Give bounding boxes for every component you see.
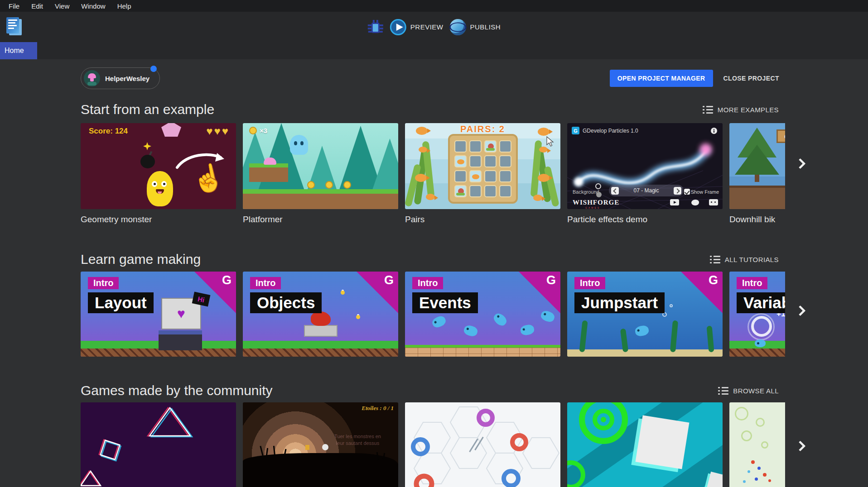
section-examples-header: Start from an example MORE EXAMPLES: [81, 100, 785, 119]
player-sprite: [305, 445, 309, 450]
preset-selector: 07 - Magic: [609, 185, 684, 196]
section-community-title: Games made by the community: [81, 383, 273, 398]
project-manager-icon[interactable]: [5, 16, 23, 36]
example-card-downhill[interactable]: G Downhill bik: [729, 123, 785, 224]
objects-panel: [159, 330, 202, 350]
mouse-cursor: [546, 136, 556, 147]
particles-demo-title: G GDevelop Particles 1.0: [572, 127, 638, 134]
tutorial-card-objects[interactable]: G Intro Objects: [243, 272, 398, 357]
gdevelop-logo: G: [709, 273, 718, 287]
etoiles-score-text: Etoiles : 0 / 1: [362, 405, 394, 412]
white-square: [636, 415, 690, 469]
community-row: Etoiles : 0 / 1 Tuer les monstres en leu…: [81, 402, 785, 487]
section-tutorials-header: Learn game making ALL TUTORIALS: [81, 250, 785, 268]
community-card-etoiles[interactable]: Etoiles : 0 / 1 Tuer les monstres en leu…: [243, 402, 398, 487]
avatar: [84, 70, 100, 86]
pentagon-shape: [161, 123, 181, 137]
menu-window[interactable]: Window: [75, 1, 111, 11]
neon-shapes: [81, 402, 236, 487]
community-scroll-right-button[interactable]: [795, 440, 805, 451]
tab-home-label: Home: [5, 47, 24, 55]
coin-counter: ×3: [249, 127, 267, 134]
tutorial-card-events[interactable]: G Intro Events: [405, 272, 560, 357]
community-card-rings[interactable]: [567, 402, 723, 487]
example-card-pairs[interactable]: PAIRS: 2: [405, 123, 560, 224]
community-card-neon[interactable]: [81, 402, 236, 487]
tutorials-scroll-right-button[interactable]: [795, 305, 805, 316]
monster-sprite: [147, 171, 173, 206]
tutorial-card-variables[interactable]: +1 Intro Variab: [729, 272, 785, 357]
publish-button[interactable]: PUBLISH: [449, 19, 501, 35]
slime-sprite: [264, 158, 276, 165]
user-profile-chip[interactable]: HelperWesley: [81, 67, 160, 89]
swipe-arrow-icon: [174, 150, 228, 171]
score-text: Score: 124: [89, 127, 128, 136]
main-toolbar: PREVIEW PUBLISH: [0, 12, 868, 42]
preview-label: PREVIEW: [410, 23, 444, 31]
menu-help[interactable]: Help: [111, 1, 137, 11]
examples-scroll-right-button[interactable]: [795, 158, 805, 169]
wooden-sign: G: [776, 129, 785, 143]
gdevelop-logo: G: [546, 273, 556, 287]
close-project-button[interactable]: CLOSE PROJECT: [718, 70, 785, 87]
globe-icon: [449, 19, 466, 35]
publish-label: PUBLISH: [470, 23, 501, 31]
section-examples-title: Start from an example: [81, 102, 214, 117]
all-tutorials-button[interactable]: ALL TUTORIALS: [710, 256, 779, 263]
pairs-score-text: PAIRS: 2: [405, 124, 560, 134]
section-tutorials-title: Learn game making: [81, 252, 201, 267]
tutorial-card-jumpstart[interactable]: G Intro Jumpstart: [567, 272, 723, 357]
examples-row: Score: 124 ♥♥♥ ☝: [81, 123, 785, 224]
youtube-icon: [670, 199, 679, 205]
bomb-icon: [140, 155, 155, 168]
example-card-platformer[interactable]: ×3 Platformer: [243, 123, 398, 224]
hint-text: Tuer les monstres en leur sautant dessus: [334, 433, 381, 447]
open-project-manager-button[interactable]: OPEN PROJECT MANAGER: [610, 70, 713, 87]
platform: [249, 167, 288, 182]
pairs-board: [448, 134, 518, 204]
list-icon: [703, 106, 713, 114]
checkbox-icon: [684, 189, 690, 195]
home-content: HelperWesley OPEN PROJECT MANAGER CLOSE …: [0, 59, 868, 487]
gdevelop-home: File Edit View Window Help: [0, 0, 868, 487]
menu-view[interactable]: View: [49, 1, 75, 11]
more-examples-button[interactable]: MORE EXAMPLES: [703, 106, 779, 114]
twitter-icon: [691, 200, 699, 205]
community-card-bubbles[interactable]: [729, 402, 785, 487]
stone-platform: [304, 325, 338, 337]
community-card-hexagons[interactable]: [405, 402, 560, 487]
play-icon: [390, 19, 406, 35]
username: HelperWesley: [105, 75, 149, 82]
gdevelop-logo: G: [222, 273, 231, 287]
preview-button[interactable]: PREVIEW: [390, 19, 444, 35]
example-card-geometry-monster[interactable]: Score: 124 ♥♥♥ ☝: [81, 123, 236, 224]
tab-bar: Home: [0, 42, 868, 59]
wishforge-logo: WISHFORGE: [573, 199, 619, 206]
browse-all-button[interactable]: BROWSE ALL: [718, 387, 779, 395]
debug-button[interactable]: [367, 19, 384, 36]
spark-icon: [143, 142, 151, 150]
menu-bar: File Edit View Window Help: [0, 0, 868, 12]
tab-home[interactable]: Home: [0, 42, 37, 59]
prev-arrow-icon: [611, 187, 619, 195]
debug-icon: [367, 19, 384, 36]
hexagon-grid: [405, 402, 560, 487]
info-icon: [711, 128, 717, 134]
menu-file[interactable]: File: [3, 1, 25, 11]
lava-creature: [311, 311, 331, 326]
list-icon: [710, 256, 720, 263]
discord-icon: [709, 199, 718, 205]
coin-icon: [249, 127, 257, 134]
ghost-sprite: [290, 135, 308, 155]
example-card-particles[interactable]: G GDevelop Particles 1.0 Background 07 -…: [567, 123, 723, 224]
gdevelop-logo: G: [384, 273, 394, 287]
next-arrow-icon: [674, 187, 681, 195]
gdevelop-mini-logo: G: [572, 127, 579, 134]
tutorial-card-layout[interactable]: G ♥ Hi Intro Layout: [81, 272, 236, 357]
section-community-header: Games made by the community BROWSE ALL: [81, 382, 785, 400]
menu-edit[interactable]: Edit: [25, 1, 49, 11]
header-row: HelperWesley OPEN PROJECT MANAGER CLOSE …: [81, 59, 785, 89]
notification-dot: [150, 66, 157, 72]
tutorials-row: G ♥ Hi Intro Layout G: [81, 272, 785, 357]
hearts-icon: ♥♥♥: [206, 125, 230, 138]
